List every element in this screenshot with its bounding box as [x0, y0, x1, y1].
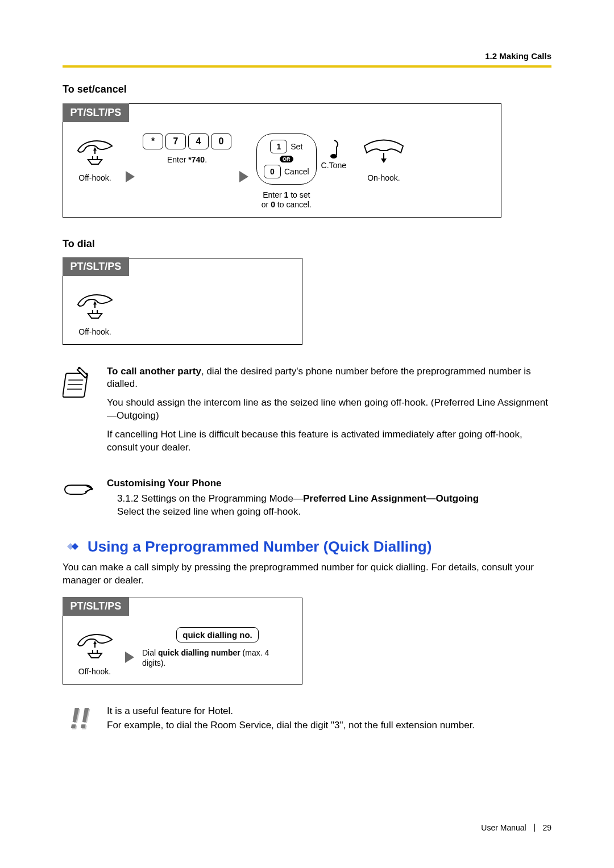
tip-line-2: For example, to dial the Room Service, d… [107, 719, 475, 732]
page-header: 1.2 Making Calls [63, 51, 551, 61]
ctone-label: C.Tone [321, 161, 346, 170]
notes-block: To call another party, dial the desired … [63, 365, 551, 461]
svg-marker-12 [72, 543, 78, 550]
svg-marker-0 [93, 147, 97, 151]
svg-marker-5 [93, 301, 97, 304]
enter-caption: Enter *740. [167, 155, 207, 165]
quickdial-tab: PT/SLT/PS [63, 597, 130, 616]
notepad-icon [63, 365, 97, 461]
choice-capsule: 1 Set OR 0 Cancel [256, 133, 317, 185]
keycap-0: 0 [211, 133, 231, 149]
svg-marker-14 [125, 652, 134, 663]
exclaim-icon: !! [63, 705, 97, 738]
setcancel-title: To set/cancel [63, 84, 551, 95]
offhook-icon [72, 287, 118, 322]
footer-page: 29 [542, 823, 551, 832]
choice-caption: Enter 1 to set or 0 to cancel. [262, 190, 312, 210]
note-2: You should assign the intercom line as t… [107, 397, 551, 423]
note-icon [326, 138, 341, 161]
svg-marker-4 [381, 158, 387, 163]
choice-key-0: 0 [264, 165, 281, 178]
or-pill: OR [280, 156, 293, 162]
pointing-hand-icon [63, 477, 97, 519]
note-1: To call another party, dial the desired … [107, 365, 551, 391]
choice-key-1: 1 [270, 140, 287, 153]
onhook-icon [361, 133, 406, 168]
keycap-4: 4 [188, 133, 209, 149]
svg-marker-13 [93, 641, 97, 644]
svg-point-3 [330, 154, 337, 158]
quick-dial-keytext: quick dialling no. [176, 627, 259, 642]
quick-dial-caption: Dial quick dialling number (max. 4 digit… [142, 648, 293, 668]
quick-offhook-caption: Off-hook. [78, 667, 111, 677]
header-rule [63, 65, 551, 68]
arrow-icon [126, 161, 135, 182]
section-heading: Using a Preprogrammed Number (Quick Dial… [63, 538, 551, 556]
customising-block: Customising Your Phone 3.1.2 Settings on… [63, 477, 551, 519]
offhook-icon [72, 133, 118, 168]
diamond-bullet-icon [63, 540, 82, 553]
quickdial-intro: You can make a call simply by pressing t… [63, 561, 551, 587]
customising-line: 3.1.2 Settings on the Programming Mode—P… [117, 493, 479, 519]
setcancel-tab: PT/SLT/PS [63, 103, 130, 122]
page-footer: User Manual 29 [63, 823, 551, 832]
note-3: If cancelling Hot Line is difficult beca… [107, 428, 551, 454]
arrow-icon [125, 641, 134, 663]
dial-offhook-caption: Off-hook. [78, 327, 111, 337]
keycap-star: * [143, 133, 163, 149]
arrow-icon [239, 161, 248, 182]
svg-marker-1 [126, 171, 135, 182]
offhook-caption: Off-hook. [78, 173, 111, 183]
keycap-row: * 7 4 0 [143, 133, 231, 149]
tip-block: !! It is a useful feature for Hotel. For… [63, 705, 551, 738]
choice-cancel-label: Cancel [284, 167, 309, 176]
keycap-7: 7 [165, 133, 186, 149]
dial-box: PT/SLT/PS Off-hook. [63, 258, 302, 345]
tip-line-1: It is a useful feature for Hotel. [107, 705, 475, 718]
offhook-icon [72, 627, 118, 661]
svg-marker-2 [239, 171, 248, 182]
choice-set-label: Set [291, 142, 302, 151]
quickdial-box: PT/SLT/PS Off-hook. quick di [63, 598, 302, 685]
dial-title: To dial [63, 238, 551, 250]
svg-point-10 [78, 367, 80, 369]
setcancel-box: PT/SLT/PS Off-hook. [63, 103, 501, 218]
footer-label: User Manual [481, 823, 526, 832]
onhook-caption: On-hook. [367, 173, 400, 183]
dial-tab: PT/SLT/PS [63, 257, 130, 276]
customising-title: Customising Your Phone [107, 477, 479, 490]
